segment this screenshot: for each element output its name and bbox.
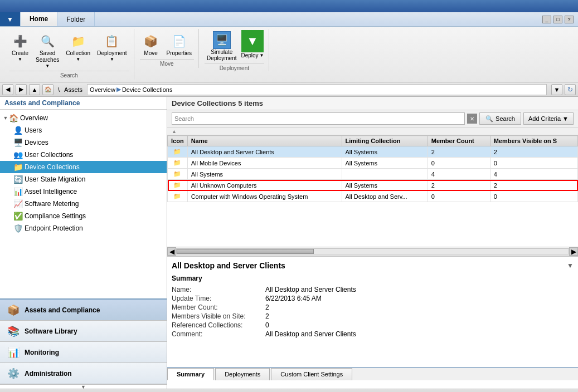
ribbon-group-deployment: 🖥️ SimulateDeployment ▼ Deploy ▼ Deploym…: [200, 29, 269, 71]
col-name[interactable]: Name: [187, 136, 342, 146]
scroll-thumb[interactable]: [177, 249, 314, 254]
nav-monitoring[interactable]: 📊 Monitoring: [0, 342, 167, 363]
sidebar-nav: 📦 Assets and Compliance 📚 Software Libra…: [0, 298, 167, 389]
row-name: Computer with Windows Operating System: [187, 191, 342, 202]
nav-software-library[interactable]: 📚 Software Library: [0, 321, 167, 342]
detail-field-label: Update Time:: [172, 295, 261, 302]
users-label: Users: [25, 126, 42, 134]
nav-home-button[interactable]: 🏠: [42, 84, 54, 95]
endpoint-protection-label: Endpoint Protection: [25, 224, 83, 232]
help-button[interactable]: ?: [565, 16, 574, 23]
row-member-count: 0: [428, 191, 490, 202]
row-limiting-collection: All Systems: [342, 180, 428, 191]
collection-icon: 📁: [69, 32, 87, 50]
detail-field-value: 6/22/2013 6:45 AM: [265, 295, 574, 302]
maximize-button[interactable]: □: [553, 16, 562, 23]
table-row[interactable]: 📁Computer with Windows Operating SystemA…: [168, 191, 578, 202]
devices-icon: 🖥️: [13, 138, 22, 147]
nav-assets-compliance[interactable]: 📦 Assets and Compliance: [0, 300, 167, 321]
detail-field-label: Members Visible on Site:: [172, 312, 261, 320]
sidebar-item-endpoint-protection[interactable]: 🛡️ Endpoint Protection: [0, 222, 167, 234]
detail-chevron-icon[interactable]: ▼: [567, 262, 574, 270]
search-icon: 🔍: [485, 115, 493, 122]
software-library-label: Software Library: [25, 327, 77, 335]
scroll-right-button[interactable]: ▶: [569, 247, 578, 256]
overview-expander[interactable]: ▼: [2, 115, 9, 121]
move-group-label: Move: [140, 59, 195, 67]
ribbon-group-search: ➕ Create ▼ 🔍 SavedSearches ▼ 📁 Collectio…: [4, 29, 134, 80]
sidebar-item-devices[interactable]: 🖥️ Devices: [0, 136, 167, 149]
forward-button[interactable]: ▶: [16, 84, 27, 95]
sidebar-item-users[interactable]: 👤 Users: [0, 124, 167, 136]
scroll-left-button[interactable]: ◀: [167, 247, 176, 256]
row-limiting-collection: All Systems: [342, 158, 428, 169]
sidebar-item-overview[interactable]: ▼ 🏠 Overview: [0, 112, 167, 124]
table-row[interactable]: 📁All Unknown ComputersAll Systems22: [168, 180, 578, 191]
refresh-button[interactable]: ↻: [565, 84, 576, 95]
table-body: 📁All Desktop and Server ClientsAll Syste…: [168, 146, 578, 202]
table-header-row: Icon Name Limiting Collection Member Cou…: [168, 136, 578, 146]
sidebar-item-user-state-migration[interactable]: 🔄 User State Migration: [0, 173, 167, 185]
overview-icon: 🏠: [9, 114, 18, 122]
row-name: All Unknown Computers: [187, 180, 342, 191]
app-menu-button[interactable]: ▼: [0, 12, 21, 26]
tab-home[interactable]: Home: [21, 12, 57, 26]
nav-administration[interactable]: ⚙️ Administration: [0, 363, 167, 384]
table-row[interactable]: 📁All Mobile DevicesAll Systems00: [168, 158, 578, 169]
search-button[interactable]: 🔍 Search: [479, 112, 521, 125]
deploy-dropdown-icon[interactable]: ▼: [260, 53, 264, 58]
search-input[interactable]: [172, 112, 465, 125]
row-members-visible: 2: [490, 180, 577, 191]
tab-summary[interactable]: Summary: [167, 368, 214, 380]
breadcrumb-device-collections: Device Collections: [122, 86, 172, 93]
simulate-deployment-button[interactable]: 🖥️ SimulateDeployment: [205, 30, 239, 62]
nav-dropdown-button[interactable]: ▼: [551, 84, 562, 95]
saved-searches-button[interactable]: 🔍 SavedSearches ▼: [33, 31, 61, 70]
detail-field-value: 2: [265, 312, 574, 320]
search-clear-button[interactable]: ✕: [467, 114, 477, 124]
device-collections-icon: 📁: [13, 163, 22, 171]
compliance-settings-icon: ✅: [13, 212, 22, 220]
tab-folder[interactable]: Folder: [57, 12, 95, 26]
col-members-visible[interactable]: Members Visible on S: [490, 136, 577, 146]
sidebar-item-asset-intelligence[interactable]: 📊 Asset Intelligence: [0, 185, 167, 198]
add-criteria-button[interactable]: Add Criteria ▼: [523, 112, 574, 125]
deploy-arrow-icon[interactable]: ▼: [241, 30, 264, 52]
sidebar-item-compliance-settings[interactable]: ✅ Compliance Settings: [0, 210, 167, 222]
minimize-button[interactable]: _: [542, 16, 551, 23]
move-button[interactable]: 📦 Move: [140, 31, 162, 58]
table-row[interactable]: 📁All Desktop and Server ClientsAll Syste…: [168, 146, 578, 158]
row-member-count: 4: [428, 169, 490, 180]
content-title: Device Collections 5 items: [172, 99, 574, 107]
row-members-visible: 0: [490, 158, 577, 169]
horizontal-scrollbar[interactable]: ◀ ▶: [167, 247, 578, 256]
col-limiting[interactable]: Limiting Collection: [342, 136, 428, 146]
up-button[interactable]: ▲: [29, 84, 40, 95]
sidebar-item-software-metering[interactable]: 📈 Software Metering: [0, 198, 167, 210]
nav-collapse-icon: ▼: [81, 384, 86, 389]
table-row[interactable]: 📁All Systems44: [168, 169, 578, 180]
monitoring-icon: 📊: [7, 346, 20, 359]
collection-button[interactable]: 📁 Collection ▼: [64, 31, 93, 63]
properties-button[interactable]: 📄 Properties: [164, 31, 195, 58]
ribbon-group-move: 📦 Move 📄 Properties Move: [135, 29, 200, 68]
ribbon-tabs: ▼ Home Folder _ □ ?: [0, 12, 578, 27]
col-member-count[interactable]: Member Count: [428, 136, 490, 146]
breadcrumb-overview: Overview: [90, 86, 115, 93]
tab-deployments[interactable]: Deployments: [215, 368, 270, 380]
nav-collapse-button[interactable]: ▼: [0, 384, 167, 389]
sidebar-item-device-collections[interactable]: 📁 Device Collections: [0, 161, 167, 173]
row-icon-cell: 📁: [168, 146, 188, 158]
tab-custom-client-settings[interactable]: Custom Client Settings: [271, 368, 352, 380]
breadcrumb-arrow: ▶: [116, 86, 121, 93]
row-members-visible: 2: [490, 146, 577, 158]
content-header: Device Collections 5 items: [167, 97, 578, 110]
row-limiting-collection: All Desktop and Serv...: [342, 191, 428, 202]
search-bar: ✕ 🔍 Search Add Criteria ▼: [167, 110, 578, 128]
create-button[interactable]: ➕ Create ▼: [9, 31, 31, 63]
deployment-button[interactable]: 📋 Deployment ▼: [95, 31, 129, 63]
sidebar-item-user-collections[interactable]: 👥 User Collections: [0, 149, 167, 161]
back-button[interactable]: ◀: [2, 84, 13, 95]
endpoint-protection-icon: 🛡️: [13, 224, 22, 233]
asset-intelligence-icon: 📊: [13, 187, 22, 196]
